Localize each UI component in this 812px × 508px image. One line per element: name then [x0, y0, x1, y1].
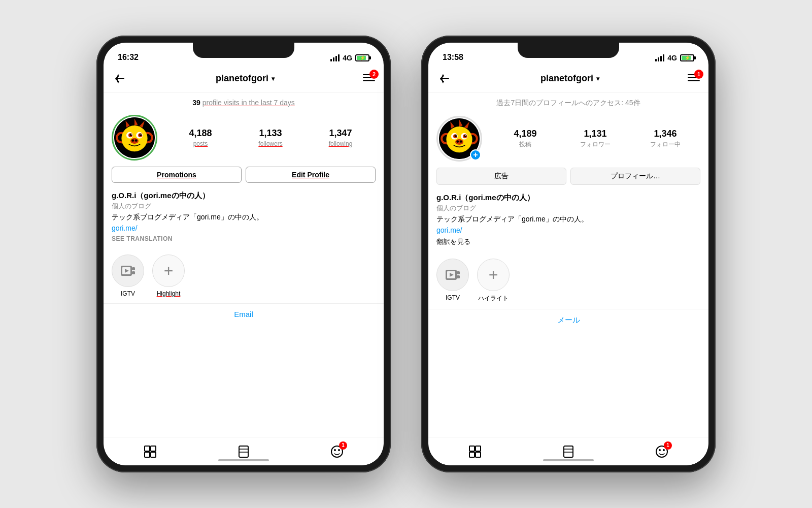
username-2: planetofgori	[540, 73, 593, 84]
bio-link-1[interactable]: gori.me/	[112, 224, 376, 232]
avatar-img-1	[114, 117, 155, 158]
ad-button-2[interactable]: 広告	[436, 168, 566, 185]
nav-title-2[interactable]: planetofgori ▾	[540, 73, 599, 84]
svg-point-15	[131, 134, 132, 135]
svg-point-16	[141, 134, 142, 135]
signal-label-2: 4G	[667, 54, 677, 62]
highlight-story-2[interactable]: + ハイライト	[477, 259, 510, 303]
notch-2	[518, 43, 619, 58]
avatar-container-1	[112, 115, 157, 161]
svg-point-17	[130, 138, 139, 144]
igtv-label-2: IGTV	[446, 294, 460, 301]
nav-header-1: planetofgori ▾ 2	[104, 65, 384, 92]
home-indicator-2	[543, 459, 594, 461]
bio-category-2: 個人のブログ	[436, 204, 700, 213]
svg-rect-27	[145, 452, 150, 457]
avatar-container-2: +	[436, 116, 482, 162]
following-label-2: フォロー中	[650, 141, 681, 148]
following-number-1: 1,347	[306, 128, 376, 139]
igtv-story-2[interactable]: IGTV	[436, 259, 469, 303]
following-number-2: 1,346	[630, 129, 700, 139]
tab-bookmark-1[interactable]	[235, 443, 252, 460]
svg-point-14	[140, 134, 142, 136]
profile-visits-1: 39 profile visits in the last 7 days	[104, 92, 384, 111]
back-icon-1[interactable]	[112, 71, 128, 87]
email-row-2[interactable]: メール	[428, 309, 708, 331]
tab-tag-2[interactable]: 1	[654, 443, 670, 460]
svg-rect-56	[457, 271, 460, 274]
back-icon-2[interactable]	[436, 71, 453, 87]
add-button-2[interactable]: +	[470, 149, 481, 161]
see-translation-1[interactable]: SEE TRANSLATION	[112, 235, 376, 242]
dropdown-icon-2: ▾	[596, 75, 599, 82]
stat-followers-1: 1,133 followers	[235, 128, 306, 148]
tab-bookmark-2[interactable]	[560, 443, 577, 460]
svg-rect-22	[132, 271, 135, 274]
highlight-story-1[interactable]: + Highlight	[152, 255, 185, 297]
highlight-circle-1: +	[152, 255, 185, 287]
svg-point-18	[131, 139, 134, 142]
bio-category-1: 個人のブログ	[112, 202, 376, 211]
notch-1	[193, 43, 294, 58]
svg-point-52	[455, 139, 463, 145]
svg-rect-60	[469, 446, 475, 451]
bio-text-2: テック系ブログメディア「gori.me」の中の人。	[436, 215, 700, 224]
svg-rect-63	[476, 452, 481, 457]
profile-section-1: 4,188 posts 1,133 followers 1,347 follow…	[104, 111, 384, 167]
see-translation-2[interactable]: 翻訳を見る	[436, 237, 700, 246]
battery-1: ⚡	[355, 54, 369, 61]
status-icons-1: 4G ⚡	[330, 54, 369, 62]
svg-rect-21	[132, 267, 135, 270]
posts-label-2: 投稿	[519, 141, 531, 148]
bio-text-1: テック系ブログメディア「gori.me」の中の人。	[112, 213, 376, 222]
svg-rect-62	[469, 452, 475, 457]
igtv-label-1: IGTV	[121, 290, 135, 297]
svg-point-69	[663, 449, 665, 451]
svg-rect-29	[239, 446, 248, 457]
svg-point-51	[465, 135, 466, 136]
igtv-circle-1	[112, 255, 144, 287]
battery-2: ⚡	[680, 54, 694, 61]
menu-button-2[interactable]: 1	[687, 73, 700, 85]
following-label-1: following	[329, 140, 353, 147]
bio-link-2[interactable]: gori.me/	[436, 226, 700, 234]
edit-profile-button-1[interactable]: Edit Profile	[246, 167, 376, 183]
tab-grid-1[interactable]	[142, 443, 158, 460]
email-text-1: Email	[234, 310, 253, 319]
visits-number-1: 39	[192, 99, 200, 107]
stats-2: 4,189 投稿 1,131 フォロワー 1,346 フォロー中	[490, 129, 700, 149]
username-1: planetofgori	[216, 73, 268, 84]
svg-point-13	[129, 134, 132, 136]
nav-title-1[interactable]: planetofgori ▾	[216, 73, 275, 84]
tab-tag-1[interactable]: 1	[329, 443, 345, 460]
email-text-2: メール	[557, 315, 580, 324]
stat-following-1: 1,347 following	[306, 128, 376, 148]
stat-posts-2: 4,189 投稿	[490, 129, 560, 149]
promotions-button-1[interactable]: Promotions	[112, 167, 242, 183]
stats-1: 4,188 posts 1,133 followers 1,347 follow…	[165, 128, 376, 148]
followers-number-1: 1,133	[235, 128, 306, 139]
signal-bars-1	[330, 54, 340, 61]
svg-rect-26	[151, 446, 156, 451]
email-row-1[interactable]: Email	[104, 304, 384, 325]
bio-name-1: g.O.R.i（gori.meの中の人）	[112, 191, 376, 201]
stat-posts-1: 4,188 posts	[165, 128, 235, 148]
nav-header-2: planetofgori ▾ 1	[428, 65, 708, 92]
visits-text-1: profile visits in the last 7 days	[202, 99, 295, 107]
svg-point-50	[456, 135, 457, 136]
phone-2: 13:58 4G ⚡	[421, 36, 716, 472]
menu-button-1[interactable]: 2	[362, 73, 376, 85]
svg-rect-57	[457, 275, 460, 278]
profile-buttons-2: 広告 プロフィール…	[428, 168, 708, 191]
menu-badge-2: 1	[694, 70, 703, 79]
svg-point-34	[338, 449, 340, 451]
profile-button-2[interactable]: プロフィール…	[570, 168, 700, 185]
bio-name-2: g.O.R.i（gori.meの中の人）	[436, 193, 700, 203]
igtv-circle-2	[436, 259, 469, 291]
igtv-story-1[interactable]: IGTV	[112, 255, 144, 297]
followers-label-2: フォロワー	[580, 141, 611, 148]
highlight-label-2: ハイライト	[478, 294, 509, 303]
tab-grid-2[interactable]	[467, 443, 483, 460]
tag-badge-2: 1	[664, 441, 672, 450]
highlight-label-1: Highlight	[157, 290, 181, 297]
